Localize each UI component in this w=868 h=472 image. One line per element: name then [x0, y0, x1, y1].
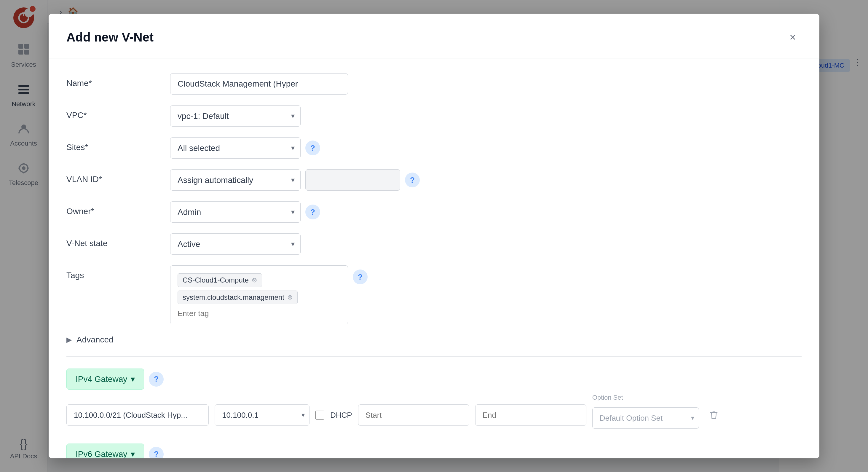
advanced-toggle[interactable]: ▶ Advanced [66, 335, 802, 345]
dhcp-end-input[interactable] [475, 404, 586, 426]
sites-field-row: Sites* All selected ▾ ? [66, 137, 802, 159]
vnet-state-control: Active ▾ [170, 233, 802, 255]
tag-item-1: CS-Cloud1-Compute ⊗ [178, 273, 262, 287]
name-label: Name* [66, 73, 161, 88]
ipv4-ip-select[interactable]: 10.100.0.1 [215, 404, 309, 426]
ipv4-subnet-display: 10.100.0.0/21 (CloudStack Hyp... [66, 404, 209, 426]
ipv4-gateway-header: IPv4 Gateway ▾ ? [66, 369, 802, 389]
name-input[interactable] [170, 73, 348, 95]
tags-help-icon[interactable]: ? [353, 270, 368, 284]
option-set-label-text: Option Set [592, 394, 623, 402]
dhcp-checkbox[interactable] [315, 411, 324, 419]
vnet-state-field-row: V-Net state Active ▾ [66, 233, 802, 255]
vlan-select-wrap: Assign automatically ▾ [170, 169, 301, 191]
tag-text-2: system.cloudstack.management [183, 293, 284, 302]
ipv4-label: IPv4 Gateway [75, 374, 127, 384]
sites-label: Sites* [66, 137, 161, 152]
delete-ipv4-button[interactable] [705, 406, 723, 424]
tag-input[interactable] [178, 309, 237, 318]
vlan-label: VLAN ID* [66, 169, 161, 184]
modal-body: Name* VPC* vpc-1: Default ▾ [49, 58, 819, 459]
ipv6-help-icon[interactable]: ? [149, 447, 164, 459]
ipv4-subnet-text: 10.100.0.0/21 (CloudStack Hyp... [74, 411, 187, 420]
ipv6-label: IPv6 Gateway [75, 449, 127, 459]
ipv6-gateway-header: IPv6 Gateway ▾ ? [66, 444, 802, 459]
add-vnet-modal: Add new V-Net × Name* VPC* vpc-1: Defaul… [49, 13, 819, 459]
advanced-label: Advanced [76, 335, 114, 345]
sites-control: All selected ▾ ? [170, 137, 802, 159]
vlan-field-row: VLAN ID* Assign automatically ▾ ? [66, 169, 802, 191]
ipv6-gateway-section: IPv6 Gateway ▾ ? [66, 444, 802, 459]
vnet-state-label: V-Net state [66, 233, 161, 248]
divider-1 [66, 356, 802, 357]
tag-item-2: system.cloudstack.management ⊗ [178, 290, 298, 304]
vpc-select-wrap: vpc-1: Default ▾ [170, 105, 301, 127]
tag-remove-2[interactable]: ⊗ [287, 293, 292, 301]
ipv4-gateway-row: 10.100.0.0/21 (CloudStack Hyp... 10.100.… [66, 396, 802, 435]
owner-control: Admin ▾ ? [170, 201, 802, 223]
name-field-row: Name* [66, 73, 802, 95]
vpc-control: vpc-1: Default ▾ [170, 105, 802, 127]
dhcp-label: DHCP [330, 411, 352, 420]
modal-header: Add new V-Net × [49, 13, 819, 58]
vlan-help-icon[interactable]: ? [405, 172, 420, 187]
ipv4-help-icon[interactable]: ? [149, 372, 164, 387]
advanced-chevron-icon: ▶ [66, 336, 72, 344]
vpc-label: VPC* [66, 105, 161, 120]
tag-remove-1[interactable]: ⊗ [252, 276, 257, 284]
owner-label: Owner* [66, 201, 161, 216]
ipv4-ip-wrap: 10.100.0.1 ▾ [215, 404, 309, 426]
modal-overlay: Add new V-Net × Name* VPC* vpc-1: Defaul… [0, 0, 868, 472]
dhcp-start-input[interactable] [358, 404, 469, 426]
sites-select[interactable]: All selected [170, 137, 301, 159]
vnet-state-select[interactable]: Active [170, 233, 301, 255]
modal-title: Add new V-Net [66, 30, 154, 44]
vlan-id-input[interactable] [305, 169, 400, 191]
sites-help-icon[interactable]: ? [305, 140, 320, 155]
ipv6-gateway-button[interactable]: IPv6 Gateway ▾ [66, 444, 144, 459]
tags-label: Tags [66, 265, 161, 280]
sites-select-wrap: All selected ▾ [170, 137, 301, 159]
tags-control: CS-Cloud1-Compute ⊗ system.cloudstack.ma… [170, 265, 802, 324]
ipv4-gateway-button[interactable]: IPv4 Gateway ▾ [66, 369, 144, 389]
ipv4-chevron-down-icon: ▾ [131, 374, 135, 384]
ipv6-chevron-down-icon: ▾ [131, 449, 135, 459]
vlan-control: Assign automatically ▾ ? [170, 169, 802, 191]
owner-help-icon[interactable]: ? [305, 204, 320, 219]
tags-field-row: Tags CS-Cloud1-Compute ⊗ system.cloudsta… [66, 265, 802, 324]
vpc-select[interactable]: vpc-1: Default [170, 105, 301, 127]
option-set-select[interactable]: Default Option Set [592, 407, 699, 429]
vlan-select[interactable]: Assign automatically [170, 169, 301, 191]
close-button[interactable]: × [784, 28, 802, 46]
ipv4-gateway-section: IPv4 Gateway ▾ ? 10.100.0.0/21 (CloudSta… [66, 369, 802, 435]
vnet-state-select-wrap: Active ▾ [170, 233, 301, 255]
owner-select-wrap: Admin ▾ [170, 201, 301, 223]
tags-box[interactable]: CS-Cloud1-Compute ⊗ system.cloudstack.ma… [170, 265, 348, 324]
owner-field-row: Owner* Admin ▾ ? [66, 201, 802, 223]
owner-select[interactable]: Admin [170, 201, 301, 223]
name-control [170, 73, 802, 95]
tag-text-1: CS-Cloud1-Compute [183, 276, 249, 284]
vpc-field-row: VPC* vpc-1: Default ▾ [66, 105, 802, 127]
option-set-wrap: Option Set Default Option Set ▾ [592, 402, 699, 429]
